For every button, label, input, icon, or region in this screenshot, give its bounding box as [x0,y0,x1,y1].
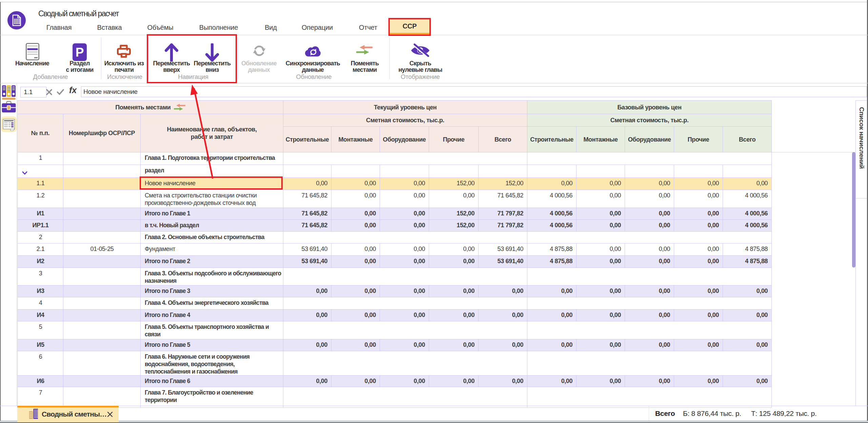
svg-text:P: P [76,45,84,59]
